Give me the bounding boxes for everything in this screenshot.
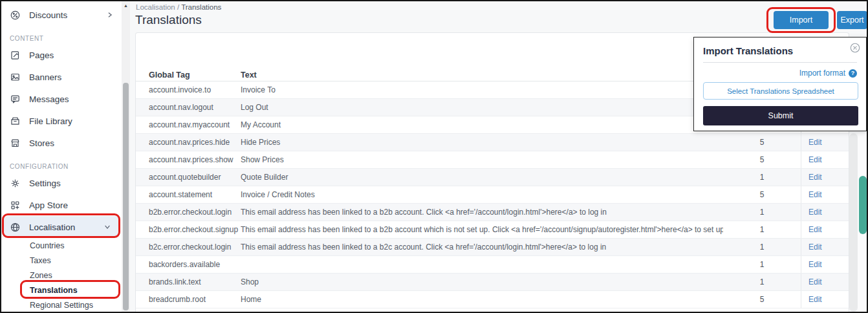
content-scrollbar-track[interactable] [849,133,858,312]
cell-global-tag: account.invoice.to [136,85,241,94]
sidebar-subitem-regional-settings[interactable]: Regional Settings [1,297,122,312]
breadcrumb-localisation[interactable]: Localisation [136,3,175,11]
sidebar-scrollbar-thumb[interactable] [123,83,129,310]
cell-text: Home [241,295,723,304]
cell-global-tag: b2b.error.checkout.signup [136,225,241,234]
edit-link[interactable]: Edit [801,256,849,273]
cell-count: 1 [723,208,801,217]
cell-text: This email address has been linked to a … [241,225,723,234]
cell-global-tag: b2c.error.checkout.login [136,243,241,252]
export-button[interactable]: Export [837,11,867,29]
table-row: b2c.error.checkout.login This email addr… [136,239,849,256]
settings-icon [10,178,21,189]
table-row: account.nav.prices.show Show Prices 5 Ed… [136,151,849,169]
modal-title: Import Translations [703,45,793,56]
table-row: account.statement Invoice / Credit Notes… [136,186,849,204]
sidebar-subitem-countries[interactable]: Countries [1,238,122,253]
table-row: b2b.error.checkout.login This email addr… [136,204,849,221]
sidebar-item-label: File Library [29,116,72,126]
cell-text: Quote Builder [241,173,723,182]
import-button[interactable]: Import [774,11,829,29]
sidebar-item-banners[interactable]: Banners [1,66,122,88]
cell-count: 5 [723,138,801,147]
messages-icon [10,94,21,105]
sidebar-item-label: Settings [29,178,61,188]
column-header-global-tag: Global Tag [136,70,241,80]
cell-global-tag: account.quotebuilder [136,173,241,182]
import-format-label: Import format [799,69,845,78]
cell-global-tag: brands.link.text [136,277,241,286]
table-row: brands.link.text Shop 1 Edit [136,274,849,291]
cell-count: 5 [723,155,801,164]
sidebar-item-label: Messages [29,94,69,104]
edit-link[interactable]: Edit [801,239,849,255]
cell-text: Hide Prices [241,138,723,147]
close-icon[interactable] [850,43,860,53]
table-row: backorders.available 1 Edit [136,256,849,274]
edit-link[interactable]: Edit [801,169,849,186]
sidebar-item-pages[interactable]: Pages [1,44,122,66]
edit-link[interactable]: Edit [801,291,849,308]
table-row: b2b.error.checkout.signup This email add… [136,221,849,239]
cell-global-tag: account.nav.prices.show [136,155,241,164]
edit-link[interactable]: Edit [801,274,849,290]
app-store-icon [10,200,21,211]
edit-link[interactable]: Edit [801,221,849,238]
table-row: breadcrumb.root Home 5 Edit [136,291,849,308]
cell-text: This email address has been linked to a … [241,208,723,217]
sidebar-item-label: Localisation [29,222,75,232]
table-row: account.nav.prices.hide Hide Prices 5 Ed… [136,134,849,151]
sidebar-item-messages[interactable]: Messages [1,88,122,110]
import-format-link[interactable]: Import format ? [799,69,857,78]
scroll-up-arrow-icon[interactable]: ▲ [123,3,129,8]
sidebar-item-settings[interactable]: Settings [1,172,122,194]
cell-global-tag: account.nav.prices.hide [136,138,241,147]
breadcrumb-translations[interactable]: Translations [181,3,221,11]
submit-button[interactable]: Submit [703,106,858,125]
sidebar-subitem-translations[interactable]: Translations [1,283,122,297]
breadcrumb-separator: / [177,3,179,11]
help-icon[interactable]: ? [849,69,857,78]
select-translations-spreadsheet-button[interactable]: Select Translations Spreadsheet [703,82,858,100]
table-row: account.quotebuilder Quote Builder 1 Edi… [136,169,849,186]
page-title: Translations [135,13,202,27]
stores-icon [10,138,21,149]
sidebar-section-configuration: CONFIGURATION [1,160,122,172]
sidebar-item-localisation[interactable]: Localisation [4,216,119,238]
app-window: Discounts CONTENT Pages Banners Messages [0,0,868,313]
edit-link[interactable]: Edit [801,151,849,168]
sidebar-item-label: Discounts [29,10,67,20]
edit-link[interactable]: Edit [801,204,849,221]
cell-text: Log Out [241,103,723,112]
cell-global-tag: account.statement [136,190,241,199]
page-scrollbar-thumb[interactable] [859,176,867,234]
breadcrumb: Localisation / Translations [136,3,221,11]
sidebar-subitem-zones[interactable]: Zones [1,268,122,283]
sidebar-scrollbar[interactable]: ▲ [122,1,130,312]
sidebar-subitem-taxes[interactable]: Taxes [1,253,122,268]
cell-global-tag: b2b.error.checkout.login [136,208,241,217]
edit-link[interactable]: Edit [801,134,849,151]
sidebar-item-discounts[interactable]: Discounts [1,4,122,26]
cell-text: Invoice To [241,85,723,94]
cell-count: 5 [723,295,801,304]
cell-global-tag: backorders.available [136,260,241,269]
cell-global-tag: breadcrumb.root [136,295,241,304]
sidebar-item-file-library[interactable]: File Library [1,110,122,132]
modal-divider [703,62,857,63]
localisation-icon [10,222,21,233]
file-library-icon [10,116,21,127]
chevron-down-icon [103,223,111,231]
sidebar-item-label: Pages [29,50,54,60]
cell-global-tag: account.nav.myaccount [136,120,241,129]
edit-link[interactable]: Edit [801,186,849,203]
cell-count: 5 [723,190,801,199]
cell-text: This email address has been linked to a … [241,243,723,252]
sidebar-item-stores[interactable]: Stores [1,132,122,154]
sidebar-item-app-store[interactable]: App Store [1,194,122,216]
sidebar-section-content: CONTENT [1,32,122,44]
cell-text: Shop [241,277,723,286]
chevron-right-icon [106,11,114,19]
sidebar-item-label: App Store [29,200,68,210]
cell-global-tag: account.nav.logout [136,103,241,112]
